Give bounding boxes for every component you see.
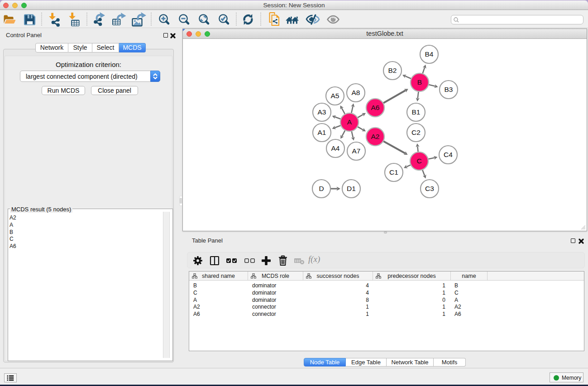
svg-text:B1: B1 — [412, 108, 421, 116]
svg-text:A3: A3 — [318, 108, 326, 116]
svg-text:A2: A2 — [371, 133, 380, 140]
svg-text:D: D — [319, 185, 324, 192]
svg-text:C1: C1 — [389, 168, 398, 176]
svg-text:C2: C2 — [411, 129, 421, 136]
svg-text:D1: D1 — [347, 185, 356, 192]
svg-text:A4: A4 — [331, 144, 340, 152]
svg-text:A5: A5 — [331, 92, 339, 100]
svg-text:A6: A6 — [371, 104, 380, 111]
svg-text:C3: C3 — [425, 185, 434, 192]
svg-text:A1: A1 — [318, 129, 326, 136]
svg-text:B3: B3 — [445, 86, 453, 93]
svg-text:B: B — [417, 78, 422, 86]
svg-text:B4: B4 — [425, 50, 434, 58]
svg-text:A8: A8 — [352, 89, 360, 96]
svg-text:A7: A7 — [352, 147, 361, 155]
svg-text:A: A — [347, 118, 352, 126]
svg-text:C4: C4 — [444, 151, 453, 158]
svg-text:C: C — [416, 157, 421, 165]
svg-text:B2: B2 — [388, 67, 397, 74]
